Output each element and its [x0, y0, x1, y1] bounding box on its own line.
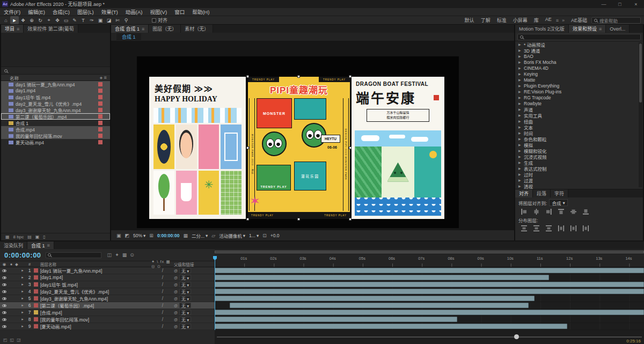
- expand-arrow-icon[interactable]: ▸: [19, 274, 26, 281]
- parent-dropdown[interactable]: 无 ▾: [179, 303, 191, 308]
- audio-toggle[interactable]: [9, 281, 14, 288]
- workspace-tab[interactable]: AE: [542, 17, 555, 24]
- expand-arrow-icon[interactable]: ▸: [19, 316, 26, 323]
- clone-stamp-tool[interactable]: ▣: [96, 16, 105, 24]
- pen-tool[interactable]: ✎: [70, 16, 79, 24]
- lock-toggle[interactable]: [14, 288, 19, 295]
- effect-category[interactable]: ▶Rowbyte: [515, 100, 643, 106]
- lock-toggle[interactable]: [14, 295, 19, 302]
- camera-icon[interactable]: ▦: [183, 233, 188, 238]
- chevron-right-icon[interactable]: ▶: [518, 78, 524, 82]
- selection-handle[interactable]: [246, 147, 249, 149]
- effect-category[interactable]: ▶过渡: [515, 177, 643, 183]
- menu-item[interactable]: 视图(V): [146, 8, 171, 16]
- menu-item[interactable]: 效果(T): [98, 8, 122, 16]
- project-tab[interactable]: 效果控件 第二课(葡萄: [24, 25, 78, 33]
- label-color-chip[interactable]: [98, 114, 103, 119]
- effect-category[interactable]: ▶RG Trapcode: [515, 94, 643, 100]
- effect-category[interactable]: ▶声道: [515, 106, 643, 112]
- scroll-knob[interactable]: [514, 334, 519, 339]
- parent-link[interactable]: @无 ▾: [174, 267, 215, 274]
- region-of-interest-icon[interactable]: ▱: [211, 233, 215, 238]
- selection-tool[interactable]: ►: [10, 16, 19, 24]
- menu-item[interactable]: 图层(L): [74, 8, 98, 16]
- layer-duration-bar[interactable]: [215, 310, 644, 315]
- parent-link[interactable]: @无 ▾: [174, 309, 215, 316]
- view-layout-dropdown[interactable]: 1... ▾: [249, 233, 259, 238]
- layer-color-chip[interactable]: [34, 282, 38, 287]
- maximize-button[interactable]: □: [612, 0, 628, 8]
- workspace-tab[interactable]: 了解: [478, 17, 494, 24]
- rotation-tool[interactable]: ↻: [36, 16, 45, 24]
- effect-category[interactable]: ▶3D 通道: [515, 47, 643, 53]
- pan-behind-tool[interactable]: ✥: [53, 16, 62, 24]
- poster-happy-holiday[interactable]: 美好假期 ≫≫ HAPPY HOLIDAY: [149, 77, 246, 219]
- layer-duration-bar[interactable]: [215, 296, 535, 301]
- timeline-current-time[interactable]: 0:00:00:00: [4, 251, 41, 259]
- project-item[interactable]: 合成 1: [1, 120, 110, 126]
- panel-menu-icon[interactable]: ≡: [47, 243, 50, 248]
- lock-toggle[interactable]: [14, 302, 19, 309]
- project-tab[interactable]: 项目≡: [1, 25, 24, 33]
- viewer-tab[interactable]: 素材（无）: [181, 25, 213, 33]
- close-button[interactable]: ×: [628, 0, 644, 8]
- parent-link[interactable]: @无 ▾: [174, 281, 215, 288]
- chevron-right-icon[interactable]: ▶: [518, 101, 524, 105]
- audio-toggle[interactable]: [9, 323, 14, 330]
- layer-name[interactable]: [day1培午 饭.mp4]: [39, 281, 151, 288]
- timeline-track[interactable]: [215, 281, 644, 288]
- timeline-layer-row[interactable]: ▸1[day1 骑玩一夏_九鱼Ann.mp4]/@无 ▾: [0, 267, 215, 274]
- lock-toggle[interactable]: [14, 267, 19, 274]
- delete-icon[interactable]: ▯: [43, 235, 45, 239]
- effect-category[interactable]: ▶生成: [515, 159, 643, 165]
- audio-toggle[interactable]: [9, 316, 14, 323]
- checkbox-icon[interactable]: [152, 18, 156, 23]
- zoom-dropdown[interactable]: 50% ▾: [133, 233, 145, 238]
- chevron-right-icon[interactable]: ▶: [518, 42, 524, 46]
- effect-category[interactable]: ▶BAO: [515, 53, 643, 59]
- workspace-tab[interactable]: 库: [531, 17, 542, 24]
- eye-icon[interactable]: [0, 302, 9, 309]
- distribute-bottom-icon[interactable]: [545, 225, 552, 232]
- align-tab[interactable]: 段落: [533, 189, 551, 197]
- name-column-header[interactable]: 名称: [10, 75, 19, 81]
- timeline-track[interactable]: [215, 309, 644, 316]
- parent-link[interactable]: @无 ▾: [174, 302, 215, 309]
- timeline-track[interactable]: [215, 295, 644, 302]
- timeline-layer-row[interactable]: ▸6[第二课（葡萄乐园）.mp4]/@无 ▾: [0, 302, 215, 309]
- distribute-h-center-icon[interactable]: [570, 225, 577, 232]
- expand-arrow-icon[interactable]: ▸: [19, 309, 26, 316]
- pickwhip-icon[interactable]: @: [174, 325, 178, 328]
- panel-menu-icon[interactable]: ≡: [17, 26, 19, 32]
- chevron-right-icon[interactable]: ▶: [518, 131, 524, 135]
- column-options-icon[interactable]: ◈ ≣: [100, 76, 107, 80]
- comp-mini-tab[interactable]: 合成 1: [116, 33, 141, 40]
- lock-toggle[interactable]: [14, 281, 19, 288]
- panel-menu-icon[interactable]: ≡: [556, 18, 559, 23]
- align-left-icon[interactable]: [521, 208, 528, 215]
- expand-arrow-icon[interactable]: ▸: [19, 323, 26, 330]
- parent-dropdown[interactable]: 无 ▾: [179, 289, 191, 294]
- parent-link[interactable]: @无 ▾: [174, 323, 215, 330]
- layer-name[interactable]: [day1 骑玩一夏_九鱼Ann.mp4]: [39, 267, 151, 274]
- effect-category[interactable]: ▶杂色和颗粒: [515, 136, 643, 142]
- layer-name-header[interactable]: 图层名称: [39, 261, 151, 267]
- layer-name[interactable]: [day2_夏天龙_雪儿《优秀》.mp4]: [39, 288, 151, 295]
- selection-handle[interactable]: [349, 75, 352, 78]
- label-color-chip[interactable]: [98, 121, 103, 125]
- menu-item[interactable]: 帮助(H): [188, 8, 213, 16]
- eye-icon[interactable]: [0, 274, 9, 281]
- align-h-center-icon[interactable]: [533, 208, 540, 215]
- chevron-right-icon[interactable]: ▶: [518, 160, 524, 164]
- effect-category[interactable]: ▶Matte: [515, 77, 643, 83]
- timeline-ruler[interactable]: 01s02s03s04s05s06s07s08s09s10s11s12s13s1…: [215, 249, 644, 267]
- expand-layers-icon[interactable]: ◰: [3, 338, 8, 342]
- align-to-dropdown[interactable]: 合成 ▾: [549, 199, 567, 206]
- chevron-right-icon[interactable]: ▶: [518, 72, 524, 76]
- menu-item[interactable]: 编辑(E): [24, 8, 49, 16]
- bit-depth-button[interactable]: 8 bpc: [13, 235, 24, 239]
- label-color-chip[interactable]: [98, 108, 103, 112]
- effects-search[interactable]: [515, 33, 643, 41]
- eraser-tool[interactable]: ◪: [105, 16, 113, 24]
- chevron-right-icon[interactable]: ▶: [518, 107, 524, 111]
